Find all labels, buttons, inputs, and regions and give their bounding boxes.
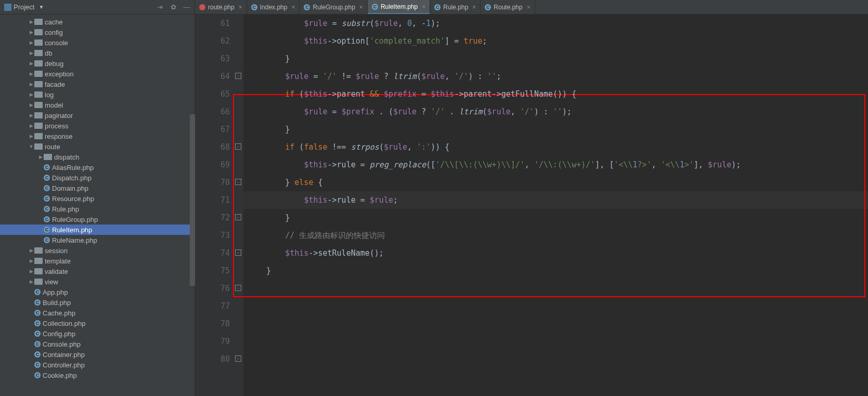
line-number: 62 (195, 32, 230, 50)
code-line[interactable]: } (248, 121, 868, 138)
code-line[interactable]: } (248, 209, 868, 227)
tree-file[interactable]: CCookie.php (0, 370, 195, 380)
code-line[interactable]: } (248, 262, 868, 280)
tree-file[interactable]: CCollection.php (0, 318, 195, 328)
tree-file[interactable]: CRuleItem.php (0, 225, 195, 235)
tree-file[interactable]: CRule.php (0, 204, 195, 214)
editor-tab[interactable]: route.php× (195, 0, 247, 14)
editor-tab[interactable]: CRuleGroup.php× (300, 0, 367, 14)
tree-folder[interactable]: ▶log (0, 89, 195, 100)
close-icon[interactable]: × (239, 4, 242, 11)
code-line[interactable]: $rule = substr($rule, 0, -1); (248, 15, 868, 32)
folder-icon (34, 81, 43, 87)
code-line[interactable]: $this->rule = $rule; (248, 191, 868, 209)
tree-file[interactable]: CApp.php (0, 287, 195, 297)
fold-marker-icon[interactable]: − (235, 73, 241, 79)
tree-file[interactable]: CDomain.php (0, 183, 195, 193)
tree-item-label: template (45, 257, 71, 265)
tree-folder[interactable]: ▶process (0, 121, 195, 131)
tree-file[interactable]: CBuild.php (0, 297, 195, 308)
tree-folder[interactable]: ▶paginator (0, 110, 195, 121)
project-tree[interactable]: ▶cache▶config▶console▶db▶debug▶exception… (0, 15, 195, 396)
code-line[interactable]: } (248, 50, 868, 68)
close-icon[interactable]: × (422, 3, 425, 10)
file-icon (199, 4, 205, 10)
fold-marker-icon[interactable]: − (235, 355, 241, 362)
sidebar-scrollbar[interactable] (190, 114, 195, 286)
code-line[interactable]: if (false !== strpos($rule, ':')) { (248, 138, 868, 156)
tree-item-label: Domain.php (52, 184, 88, 192)
tree-folder[interactable]: ▶exception (0, 69, 195, 79)
editor-tab[interactable]: CIndex.php× (247, 0, 300, 14)
file-icon: C (485, 4, 491, 10)
tree-folder[interactable]: ▶debug (0, 58, 195, 69)
code-line[interactable]: // 生成路由标识的快捷访问 (248, 227, 868, 244)
tree-file[interactable]: CConsole.php (0, 339, 195, 349)
tree-item-label: RuleName.php (52, 236, 97, 244)
tree-item-label: session (45, 247, 68, 255)
tree-file[interactable]: CDispatch.php (0, 173, 195, 183)
folder-icon (34, 60, 43, 67)
code-area[interactable]: $rule = substr($rule, 0, -1); $this->opt… (243, 15, 868, 396)
tree-file[interactable]: CResource.php (0, 193, 195, 204)
code-line[interactable]: $rule = $prefix . ($rule ? '/' . ltrim($… (248, 103, 868, 121)
tree-file[interactable]: CCache.php (0, 308, 195, 318)
code-editor[interactable]: 6162636465666768697071727374757677787980… (195, 15, 868, 396)
tree-file[interactable]: CContainer.php (0, 349, 195, 360)
tree-arrow-icon: ▶ (28, 50, 34, 56)
tree-folder[interactable]: ▶dispatch (0, 152, 195, 162)
gear-icon[interactable]: ✿ (170, 4, 177, 11)
php-file-icon: C (44, 195, 50, 202)
tree-folder[interactable]: ▶db (0, 48, 195, 58)
tree-file[interactable]: CConfig.php (0, 328, 195, 339)
tree-item-label: config (45, 29, 63, 36)
fold-marker-icon[interactable]: − (235, 214, 241, 220)
fold-marker-icon[interactable]: − (235, 249, 241, 256)
code-line[interactable]: $rule = '/' != $rule ? ltrim($rule, '/')… (248, 68, 868, 85)
editor-tab[interactable]: CRoute.php× (481, 0, 535, 14)
tree-folder[interactable]: ▶view (0, 276, 195, 287)
minimize-icon[interactable]: — (183, 4, 190, 11)
tree-folder[interactable]: ▶facade (0, 79, 195, 89)
code-line[interactable]: $this->rule = preg_replace(['/\\[\\:(\\w… (248, 156, 868, 174)
close-icon[interactable]: × (472, 4, 476, 11)
tree-file[interactable]: CController.php (0, 360, 195, 370)
fold-marker-icon[interactable]: − (235, 285, 241, 291)
tree-folder[interactable]: ▶validate (0, 266, 195, 276)
tree-folder[interactable]: ▶session (0, 245, 195, 256)
tree-folder[interactable]: ▼route (0, 141, 195, 152)
fold-marker-icon[interactable]: − (235, 143, 241, 150)
sidebar-title[interactable]: Project ▼ (4, 3, 44, 11)
tree-folder[interactable]: ▶cache (0, 17, 195, 27)
fold-column[interactable]: −−−−−−− (234, 15, 243, 396)
editor-tab[interactable]: CRuleItem.php× (368, 0, 430, 14)
fold-marker-icon[interactable]: − (235, 179, 241, 185)
tree-folder[interactable]: ▶console (0, 37, 195, 48)
tree-folder[interactable]: ▶model (0, 100, 195, 110)
editor-tab[interactable]: CRule.php× (430, 0, 481, 14)
tree-folder[interactable]: ▶response (0, 131, 195, 141)
php-file-icon: C (34, 331, 41, 337)
code-line[interactable]: $this->setRuleName(); (248, 244, 868, 262)
tree-folder[interactable]: ▶config (0, 27, 195, 37)
code-line[interactable]: $this->option['complete_match'] = true; (248, 32, 868, 50)
php-file-icon: C (44, 216, 50, 222)
php-file-icon: C (44, 206, 50, 212)
tree-folder[interactable]: ▶template (0, 256, 195, 266)
tree-file[interactable]: CRuleGroup.php (0, 214, 195, 225)
tree-item-label: view (45, 278, 58, 286)
tree-file[interactable]: CAliasRule.php (0, 162, 195, 173)
code-line[interactable]: } else { (248, 174, 868, 191)
tree-arrow-icon: ▶ (28, 258, 34, 263)
tree-item-label: RuleItem.php (52, 226, 92, 234)
tree-item-label: Console.php (43, 340, 81, 348)
close-icon[interactable]: × (527, 4, 530, 11)
php-file-icon: C (34, 299, 41, 306)
close-icon[interactable]: × (291, 4, 295, 11)
tree-file[interactable]: CRuleName.php (0, 235, 195, 245)
code-line[interactable]: if ($this->parent && $prefix = $this->pa… (248, 85, 868, 103)
close-icon[interactable]: × (359, 4, 363, 11)
folder-icon (34, 258, 43, 264)
tree-item-label: console (45, 39, 68, 47)
collapse-icon[interactable]: ⇥ (156, 4, 163, 11)
